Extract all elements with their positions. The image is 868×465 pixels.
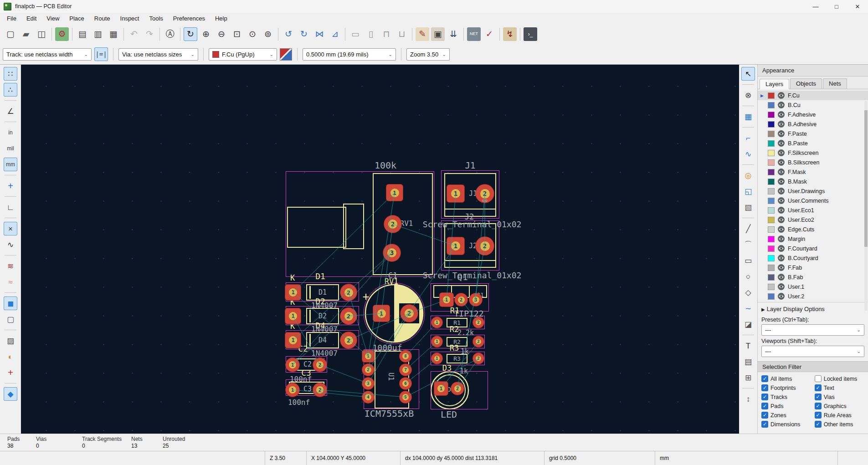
filter-graphics[interactable]: ✓Graphics: [815, 403, 864, 409]
draw-line-button[interactable]: ╱: [741, 222, 755, 235]
visibility-eye-icon[interactable]: [777, 283, 785, 291]
layer-color-swatch[interactable]: [768, 236, 775, 242]
scripting-console-button[interactable]: ›_: [524, 27, 537, 41]
visibility-eye-icon[interactable]: [777, 111, 785, 118]
footprint-editor-button[interactable]: ✎: [416, 27, 429, 41]
filter-rule-areas[interactable]: ✓Rule Areas: [815, 412, 864, 419]
layer-row-f-courtyard[interactable]: F.Courtyard: [758, 244, 868, 253]
checkbox-icon[interactable]: ✓: [815, 384, 822, 391]
layer-color-swatch[interactable]: [768, 121, 775, 128]
layer-row-b-silkscreen[interactable]: B.Silkscreen: [758, 158, 868, 167]
track-width-select[interactable]: Track: use netclass width ⌄: [3, 48, 92, 61]
draw-arc-button[interactable]: ⌒: [741, 238, 755, 251]
save-board-button[interactable]: ◫: [35, 27, 48, 41]
zoom-select[interactable]: Zoom 3.50 ⌄: [406, 48, 450, 61]
panel-scrollbar[interactable]: [864, 101, 868, 311]
highlight-tracks-button[interactable]: ≋: [4, 259, 17, 273]
via-size-select[interactable]: Via: use netclass sizes ⌄: [118, 48, 198, 61]
layer-color-swatch[interactable]: [768, 159, 775, 166]
menu-edit[interactable]: Edit: [21, 14, 41, 23]
print-button[interactable]: ▥: [91, 27, 105, 41]
layer-row-b-mask[interactable]: B.Mask: [758, 177, 868, 186]
board-setup-button[interactable]: ⚙: [55, 27, 69, 41]
ratsnest-button[interactable]: ×: [4, 222, 17, 235]
visibility-eye-icon[interactable]: [777, 264, 785, 271]
zoom-selection-button[interactable]: ⊚: [261, 27, 275, 41]
grid-override-button[interactable]: ∴: [4, 83, 17, 97]
layer-row-b-fab[interactable]: B.Fab: [758, 272, 868, 282]
add-image-button[interactable]: ◪: [741, 317, 755, 331]
sketch-footprints-button[interactable]: ▨: [4, 334, 17, 347]
filter-zones[interactable]: ✓Zones: [761, 412, 814, 419]
visibility-eye-icon[interactable]: [777, 149, 785, 157]
zoom-objects-button[interactable]: ⊙: [246, 27, 259, 41]
router-settings-button[interactable]: ↯: [503, 27, 517, 41]
tab-nets[interactable]: Nets: [823, 78, 847, 89]
flip-vertical-button[interactable]: ⊿: [328, 27, 342, 41]
menu-help[interactable]: Help: [210, 14, 232, 23]
draw-polygon-button[interactable]: ◇: [741, 286, 755, 299]
zone-outline-button[interactable]: ▢: [4, 312, 17, 326]
maximize-button[interactable]: □: [826, 0, 847, 13]
drc-button[interactable]: ✓: [483, 27, 496, 41]
checkbox-icon[interactable]: ✓: [815, 421, 822, 428]
layer-color-swatch[interactable]: [768, 245, 775, 252]
page-settings-button[interactable]: ▤: [76, 27, 89, 41]
layer-row-f-cu[interactable]: ▶F.Cu: [758, 91, 868, 100]
grid-size-select[interactable]: 0.5000 mm (19.69 mils) ⌄: [303, 48, 396, 61]
layer-row-user-2[interactable]: User.2: [758, 291, 868, 301]
flip-horizontal-button[interactable]: ⋈: [313, 27, 326, 41]
tab-objects[interactable]: Objects: [790, 78, 822, 89]
visibility-eye-icon[interactable]: [777, 206, 785, 214]
layer-row-b-courtyard[interactable]: B.Courtyard: [758, 253, 868, 263]
units-mils-button[interactable]: mil: [4, 142, 17, 155]
plot-button[interactable]: ▦: [107, 27, 120, 41]
ungroup-button[interactable]: ▯: [364, 27, 378, 41]
checkbox-icon[interactable]: ✓: [815, 412, 822, 419]
open-board-button[interactable]: ▰: [19, 27, 33, 41]
layer-color-swatch[interactable]: [768, 179, 775, 185]
minimize-button[interactable]: —: [805, 0, 826, 13]
track-posture-toggle[interactable]: |=|: [94, 47, 108, 61]
group-button[interactable]: ▭: [349, 27, 362, 41]
layer-color-swatch[interactable]: [768, 255, 775, 261]
visibility-eye-icon[interactable]: [777, 292, 785, 300]
layer-row-edge-cuts[interactable]: Edge.Cuts: [758, 225, 868, 234]
presets-select[interactable]: --- ⌄: [761, 324, 864, 336]
close-button[interactable]: ✕: [847, 0, 868, 13]
layer-color-swatch[interactable]: [768, 140, 775, 147]
filter-vias[interactable]: ✓Vias: [815, 393, 864, 400]
filter-all-items[interactable]: ✓All items: [761, 375, 814, 382]
layer-color-swatch[interactable]: [768, 265, 775, 271]
visibility-eye-icon[interactable]: [777, 235, 785, 243]
menu-route[interactable]: Route: [89, 14, 115, 23]
select-tool-button[interactable]: ↖: [741, 67, 755, 81]
visibility-eye-icon[interactable]: [777, 216, 785, 224]
layer-color-swatch[interactable]: [768, 226, 775, 233]
zoom-fit-button[interactable]: ⊡: [230, 27, 244, 41]
layer-color-swatch[interactable]: [768, 169, 775, 175]
grid-dots-button[interactable]: ∷: [4, 67, 17, 81]
sketch-pads-button[interactable]: ◐: [4, 350, 17, 363]
layers-manager-button[interactable]: ◆: [4, 387, 17, 401]
polar-coords-button[interactable]: ∠: [4, 104, 17, 118]
layer-pair-button[interactable]: [280, 48, 292, 61]
update-pcb-button[interactable]: ⇊: [447, 27, 460, 41]
add-table-button[interactable]: ⊞: [741, 371, 755, 384]
add-dimension-button[interactable]: ↕: [741, 392, 755, 406]
zoom-in-button[interactable]: ⊕: [199, 27, 213, 41]
draw-circle-button[interactable]: ○: [741, 270, 755, 283]
layer-row-user-1[interactable]: User.1: [758, 282, 868, 291]
pcb-canvas[interactable]: 100kRV1J1J1Screw_Terminal_01x02J2J2Screw…: [21, 65, 739, 434]
layer-row-margin[interactable]: Margin: [758, 234, 868, 244]
menu-place[interactable]: Place: [64, 14, 89, 23]
visibility-eye-icon[interactable]: [777, 168, 785, 176]
add-via-button[interactable]: ◎: [741, 169, 755, 182]
layer-row-b-paste[interactable]: B.Paste: [758, 138, 868, 148]
checkbox-icon[interactable]: ✓: [761, 412, 768, 419]
add-footprint-button[interactable]: ▦: [741, 110, 755, 123]
tune-length-button[interactable]: ∿: [741, 147, 755, 161]
layer-color-swatch[interactable]: [768, 150, 775, 156]
menu-inspect[interactable]: Inspect: [115, 14, 144, 23]
visibility-eye-icon[interactable]: [777, 273, 785, 281]
